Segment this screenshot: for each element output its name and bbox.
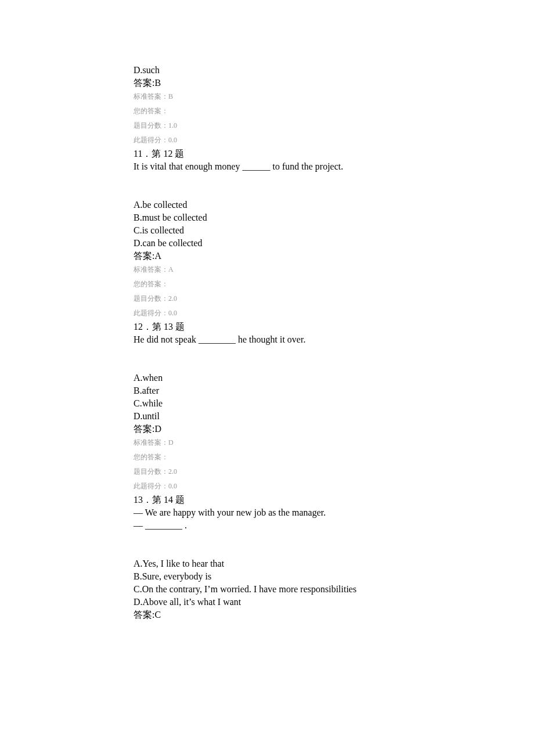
option-c: C.On the contrary, I’m worried. I have m…	[134, 583, 400, 596]
question-body: He did not speak ________ he thought it …	[134, 333, 400, 346]
your-answer: 您的答案：	[134, 277, 400, 291]
option-b: B.must be collected	[134, 211, 400, 224]
score-got: 此题得分：0.0	[134, 479, 400, 494]
question-body-line-1: — We are happy with your new job as the …	[134, 506, 400, 519]
option-a: A.be collected	[134, 199, 400, 211]
blank-line	[134, 173, 400, 186]
standard-answer: 标准答案：B	[134, 89, 400, 104]
option-c: C.while	[134, 397, 400, 410]
option-b: B.Sure, everybody is	[134, 570, 400, 583]
score-max: 题目分数：1.0	[134, 118, 400, 133]
question-header: 13．第 14 题	[134, 494, 400, 506]
option-d: D.can be collected	[134, 237, 400, 250]
blank-line	[134, 359, 400, 372]
blank-line	[134, 532, 400, 545]
question-header: 11．第 12 题	[134, 147, 400, 160]
answer-label: 答案:C	[134, 609, 400, 621]
option-b: B.after	[134, 384, 400, 397]
question-body-line-2: — ________ .	[134, 519, 400, 532]
option-d: D.Above all, it’s what I want	[134, 596, 400, 609]
document-page: D.such 答案:B 标准答案：B 您的答案： 题目分数：1.0 此题得分：0…	[0, 0, 534, 668]
option-d: D.such	[134, 64, 400, 77]
score-max: 题目分数：2.0	[134, 291, 400, 306]
score-got: 此题得分：0.0	[134, 306, 400, 321]
score-got: 此题得分：0.0	[134, 133, 400, 147]
answer-label: 答案:B	[134, 77, 400, 89]
question-body: It is vital that enough money ______ to …	[134, 160, 400, 173]
standard-answer: 标准答案：A	[134, 262, 400, 277]
your-answer: 您的答案：	[134, 450, 400, 465]
answer-label: 答案:A	[134, 250, 400, 262]
answer-label: 答案:D	[134, 423, 400, 435]
standard-answer: 标准答案：D	[134, 435, 400, 450]
your-answer: 您的答案：	[134, 104, 400, 118]
blank-line	[134, 545, 400, 557]
option-d: D.until	[134, 410, 400, 423]
option-c: C.is collected	[134, 224, 400, 237]
blank-line	[134, 186, 400, 199]
score-max: 题目分数：2.0	[134, 465, 400, 479]
blank-line	[134, 346, 400, 359]
option-a: A.Yes, I like to hear that	[134, 557, 400, 570]
option-a: A.when	[134, 372, 400, 384]
question-header: 12．第 13 题	[134, 321, 400, 333]
